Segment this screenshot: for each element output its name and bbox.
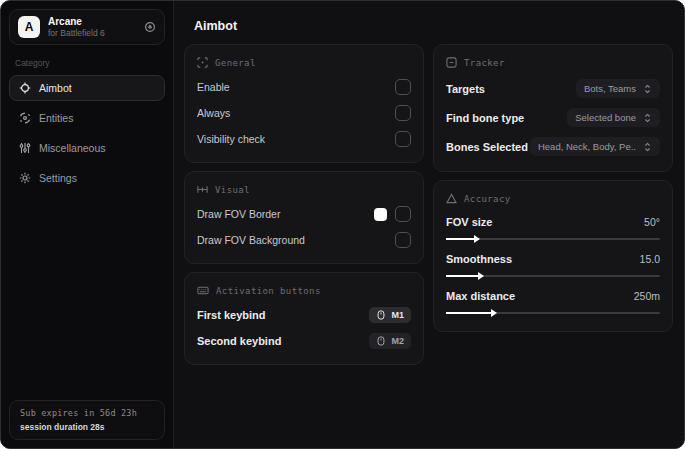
- setting-label: First keybind: [197, 309, 265, 321]
- always-checkbox[interactable]: [395, 105, 411, 121]
- unfold-icon: [643, 113, 652, 123]
- sidebar-item-aimbot[interactable]: Aimbot: [9, 75, 165, 101]
- panel-tracker-header: Tracker: [446, 57, 660, 68]
- fov-border-color-swatch[interactable]: [374, 208, 387, 221]
- fov-border-controls: [374, 206, 411, 222]
- mouse-icon: [376, 336, 386, 346]
- entities-icon: [19, 112, 31, 124]
- square-minus-icon: [446, 57, 457, 68]
- app-window: A Arcane for Battlefield 6 Category Ai: [0, 0, 685, 449]
- setting-label: Second keybind: [197, 335, 281, 347]
- slider-fill: [446, 275, 478, 277]
- setting-label: Always: [197, 107, 230, 119]
- max-distance-value: 250m: [634, 290, 660, 302]
- setting-label: Targets: [446, 83, 485, 95]
- select-value: Selected bone: [575, 112, 636, 123]
- refresh-icon: [144, 21, 156, 33]
- setting-label: Enable: [197, 81, 230, 93]
- sidebar-item-label: Miscellaneous: [39, 142, 106, 154]
- session-duration-text: session duration 28s: [20, 422, 154, 432]
- setting-label: Find bone type: [446, 112, 524, 124]
- max-distance-head: Max distance 250m: [446, 290, 660, 302]
- panel-title-label: General: [215, 58, 256, 68]
- bones-selected-select[interactable]: Head, Neck, Body, Pe..: [530, 137, 660, 156]
- fov-size-value: 50°: [644, 216, 660, 228]
- panel-accuracy-header: Accuracy: [446, 193, 660, 204]
- panel-title-label: Tracker: [464, 58, 505, 68]
- category-label: Category: [15, 58, 159, 68]
- setting-row-max-distance: Max distance 250m: [446, 284, 660, 321]
- sub-expiry-text: Sub expires in 56d 23h: [20, 408, 154, 418]
- setting-row-targets: Targets Bots, Teams: [446, 74, 660, 103]
- scan-icon: [197, 57, 208, 68]
- draw-fov-border-checkbox[interactable]: [395, 206, 411, 222]
- panel-accuracy: Accuracy FOV size 50°: [433, 180, 673, 332]
- first-keybind-button[interactable]: M1: [369, 307, 411, 323]
- visibility-check-checkbox[interactable]: [395, 131, 411, 147]
- panel-general: General Enable Always Visibility check: [184, 44, 424, 163]
- panel-columns: General Enable Always Visibility check: [184, 44, 674, 365]
- targets-select[interactable]: Bots, Teams: [576, 79, 660, 98]
- setting-row-bones-selected: Bones Selected Head, Neck, Body, Pe..: [446, 132, 660, 161]
- right-column: Tracker Targets Bots, Teams: [433, 44, 673, 365]
- slider-fill: [446, 312, 491, 314]
- slider-fill: [446, 238, 474, 240]
- smoothness-value: 15.0: [640, 253, 660, 265]
- adjustments-icon: [197, 184, 208, 195]
- unfold-icon: [643, 84, 652, 94]
- crosshair-icon: [19, 82, 31, 94]
- setting-row-first-keybind: First keybind M1: [197, 302, 411, 328]
- draw-fov-background-checkbox[interactable]: [395, 232, 411, 248]
- sidebar-item-settings[interactable]: Settings: [9, 165, 165, 191]
- setting-label: Max distance: [446, 290, 515, 302]
- left-column: General Enable Always Visibility check: [184, 44, 424, 365]
- sidebar-item-entities[interactable]: Entities: [9, 105, 165, 131]
- sliders-icon: [19, 142, 31, 154]
- page-title: Aimbot: [194, 19, 674, 33]
- mouse-icon: [376, 310, 386, 320]
- setting-label: Bones Selected: [446, 141, 528, 153]
- fov-size-slider[interactable]: [446, 234, 660, 243]
- setting-row-fov-size: FOV size 50°: [446, 210, 660, 247]
- setting-label: Smoothness: [446, 253, 512, 265]
- max-distance-slider[interactable]: [446, 308, 660, 317]
- app-name: Arcane: [48, 16, 105, 27]
- unload-button[interactable]: [144, 21, 156, 33]
- panel-title-label: Activation buttons: [216, 286, 321, 296]
- enable-checkbox[interactable]: [395, 79, 411, 95]
- main-area: Aimbot General Enable: [174, 1, 684, 448]
- app-logo: A: [18, 16, 40, 38]
- panel-general-header: General: [197, 57, 411, 68]
- setting-row-enable: Enable: [197, 74, 411, 100]
- panel-visual: Visual Draw FOV Border Draw FOV Backgrou…: [184, 171, 424, 264]
- sidebar-item-miscellaneous[interactable]: Miscellaneous: [9, 135, 165, 161]
- subscription-card: Sub expires in 56d 23h session duration …: [9, 400, 165, 440]
- sidebar-item-label: Entities: [39, 112, 73, 124]
- keybind-value: M2: [391, 336, 404, 346]
- select-value: Head, Neck, Body, Pe..: [538, 141, 636, 152]
- setting-row-second-keybind: Second keybind M2: [197, 328, 411, 354]
- brand-card: A Arcane for Battlefield 6: [9, 9, 165, 45]
- setting-row-find-bone-type: Find bone type Selected bone: [446, 103, 660, 132]
- setting-label: Draw FOV Background: [197, 234, 305, 246]
- select-value: Bots, Teams: [584, 83, 636, 94]
- keyboard-icon: [197, 285, 209, 296]
- panel-visual-header: Visual: [197, 184, 411, 195]
- setting-label: FOV size: [446, 216, 492, 228]
- smoothness-head: Smoothness 15.0: [446, 253, 660, 265]
- setting-row-draw-fov-background: Draw FOV Background: [197, 227, 411, 253]
- sidebar: A Arcane for Battlefield 6 Category Ai: [1, 1, 174, 448]
- panel-activation-header: Activation buttons: [197, 285, 411, 296]
- panel-activation-buttons: Activation buttons First keybind M1: [184, 272, 424, 365]
- panel-tracker: Tracker Targets Bots, Teams: [433, 44, 673, 172]
- second-keybind-button[interactable]: M2: [369, 333, 411, 349]
- app-subtitle: for Battlefield 6: [48, 29, 105, 38]
- setting-row-visibility-check: Visibility check: [197, 126, 411, 152]
- smoothness-slider[interactable]: [446, 271, 660, 280]
- setting-row-always: Always: [197, 100, 411, 126]
- find-bone-type-select[interactable]: Selected bone: [567, 108, 660, 127]
- brand-text: Arcane for Battlefield 6: [48, 16, 105, 38]
- triangle-icon: [446, 193, 457, 204]
- setting-label: Visibility check: [197, 133, 265, 145]
- setting-label: Draw FOV Border: [197, 208, 280, 220]
